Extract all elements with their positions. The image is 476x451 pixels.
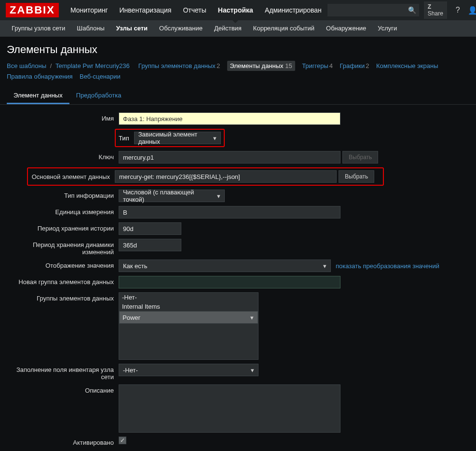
subnav-services[interactable]: Услуги xyxy=(372,20,403,37)
key-input[interactable] xyxy=(119,151,340,164)
groups-listbox[interactable]: -Нет- Internal Items Power xyxy=(119,292,258,360)
inventory-select[interactable]: -Нет- xyxy=(119,364,258,376)
bc-graphs[interactable]: Графики xyxy=(340,62,365,69)
subnav-actions[interactable]: Действия xyxy=(208,20,247,37)
info-select[interactable]: Числовой (с плавающей точкой) xyxy=(119,190,225,202)
subnav-correlation[interactable]: Корреляция событий xyxy=(247,20,320,37)
topnav-administration[interactable]: Администрирован xyxy=(259,0,327,20)
subnav-hosts[interactable]: Узлы сети xyxy=(110,20,153,37)
master-select-button[interactable]: Выбрать xyxy=(339,170,374,183)
label-groups: Группы элементов данных xyxy=(7,292,119,302)
bc-all-templates[interactable]: Все шаблоны xyxy=(7,62,46,69)
topnav: Мониторинг Инвентаризация Отчеты Настрой… xyxy=(65,0,327,20)
label-master: Основной элемент данных xyxy=(30,173,115,180)
trends-input[interactable] xyxy=(119,239,181,251)
name-input[interactable] xyxy=(119,112,340,125)
label-trends: Период хранения динамики изменений xyxy=(7,239,119,256)
bc-graphs-count: 2 xyxy=(366,62,369,69)
tab-item[interactable]: Элемент данных xyxy=(7,88,69,104)
bc-template[interactable]: Template Pwr Mercuriy236 xyxy=(55,62,130,69)
logo: ZABBIX xyxy=(6,3,59,17)
newgroup-input[interactable] xyxy=(119,276,340,288)
history-input[interactable] xyxy=(119,222,181,235)
bc-groups-count: 2 xyxy=(217,62,220,69)
subnav-maintenance[interactable]: Обслуживание xyxy=(153,20,208,37)
topnav-monitoring[interactable]: Мониторинг xyxy=(65,0,114,20)
bc-screens[interactable]: Комплексные экраны xyxy=(376,62,438,69)
label-key: Ключ xyxy=(7,151,119,161)
label-name: Имя xyxy=(7,112,119,122)
label-valuemap: Отображение значения xyxy=(7,260,119,269)
key-select-button: Выбрать xyxy=(342,151,378,164)
subnav-hostgroups[interactable]: Группы узлов сети xyxy=(6,20,71,37)
label-units: Единица измерения xyxy=(7,206,119,216)
label-info: Тип информации xyxy=(7,190,119,199)
valuemap-select[interactable]: Как есть xyxy=(119,260,331,272)
label-history: Период хранения истории xyxy=(7,222,119,232)
group-option-power[interactable]: Power xyxy=(119,311,258,324)
search-input[interactable] xyxy=(327,4,419,16)
units-input[interactable] xyxy=(119,206,340,219)
bc-triggers[interactable]: Триггеры xyxy=(302,62,328,69)
subnav-discovery[interactable]: Обнаружение xyxy=(320,20,372,37)
share-button[interactable]: Z Share xyxy=(424,1,447,19)
bc-web[interactable]: Веб-сценарии xyxy=(80,73,121,80)
tab-preprocessing[interactable]: Предобработка xyxy=(69,88,128,104)
label-type: Тип xyxy=(119,135,134,142)
help-icon[interactable]: ? xyxy=(456,6,460,14)
enabled-checkbox[interactable]: ✓ xyxy=(119,437,126,444)
description-textarea[interactable] xyxy=(119,384,340,433)
search-icon[interactable]: 🔍 xyxy=(408,6,416,14)
subnav-templates[interactable]: Шаблоны xyxy=(71,20,110,37)
tabs: Элемент данных Предобработка xyxy=(0,85,476,105)
label-description: Описание xyxy=(7,384,119,394)
user-icon[interactable]: 👤 xyxy=(468,6,476,15)
group-option-none[interactable]: -Нет- xyxy=(119,293,258,302)
bc-groups[interactable]: Группы элементов данных xyxy=(138,62,216,69)
bc-items: Элементы данных 15 xyxy=(227,61,295,71)
type-select[interactable]: Зависимый элемент данных xyxy=(134,132,221,144)
breadcrumb: Все шаблоны / Template Pwr Mercuriy236 Г… xyxy=(0,61,476,85)
topnav-reports[interactable]: Отчеты xyxy=(177,0,212,20)
label-inventory: Заполнение поля инвентаря узла сети xyxy=(7,364,119,381)
bc-triggers-count: 4 xyxy=(329,62,333,69)
group-option-internal[interactable]: Internal Items xyxy=(119,302,258,311)
label-enabled: Активировано xyxy=(7,437,119,446)
page-title: Элементы данных xyxy=(0,37,476,61)
topnav-configuration[interactable]: Настройка xyxy=(212,0,259,20)
bc-discovery[interactable]: Правила обнаружения xyxy=(7,73,73,80)
master-input[interactable] xyxy=(115,170,337,183)
label-newgroup: Новая группа элементов данных xyxy=(7,276,119,286)
topnav-inventory[interactable]: Инвентаризация xyxy=(114,0,177,20)
valuemap-link[interactable]: показать преобразования значений xyxy=(336,262,439,270)
